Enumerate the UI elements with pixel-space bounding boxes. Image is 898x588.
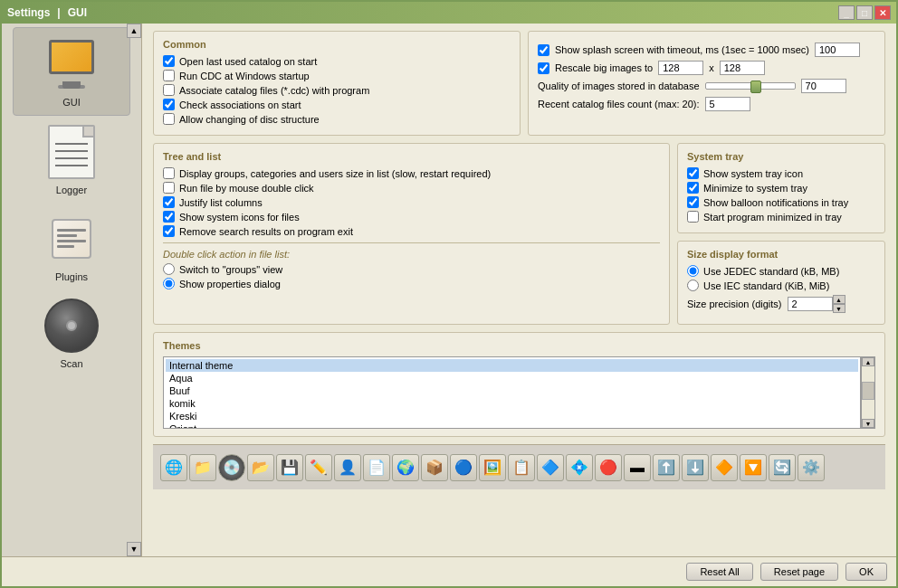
splash-input[interactable] <box>815 43 860 57</box>
associate-label[interactable]: Associate catalog files (*.cdc) with pro… <box>179 85 369 96</box>
toolbar-btn-9[interactable]: 🌍 <box>392 454 419 481</box>
theme-item-aqua[interactable]: Aqua <box>166 372 858 384</box>
themes-list[interactable]: Internal theme Aqua Buuf komik <box>163 356 861 429</box>
balloon-checkbox[interactable] <box>687 196 699 208</box>
remove-search-checkbox[interactable] <box>163 225 175 237</box>
check-assoc-checkbox[interactable] <box>163 99 175 110</box>
run-cdc-checkbox[interactable] <box>163 70 175 81</box>
cb-balloon-row: Show balloon notifications in tray <box>687 196 875 208</box>
switch-groups-label[interactable]: Switch to "groups" view <box>179 264 282 275</box>
jedec-radio[interactable] <box>687 265 699 277</box>
show-tray-checkbox[interactable] <box>687 167 699 179</box>
precision-input[interactable] <box>788 297 833 311</box>
sidebar-scroll-down[interactable]: ▼ <box>127 542 141 556</box>
sidebar-item-plugins[interactable]: Plugins <box>13 203 130 289</box>
show-system-checkbox[interactable] <box>163 211 175 223</box>
toolbar-btn-6[interactable]: ✏️ <box>305 454 332 481</box>
maximize-button[interactable]: □ <box>856 5 873 20</box>
display-groups-checkbox[interactable] <box>163 167 175 179</box>
toolbar-btn-16[interactable]: 🔴 <box>595 454 622 481</box>
toolbar-btn-10[interactable]: 📦 <box>421 454 448 481</box>
sidebar-item-logger[interactable]: Logger <box>13 116 130 203</box>
toolbar-btn-21[interactable]: 🔽 <box>740 454 767 481</box>
toolbar-btn-7[interactable]: 👤 <box>334 454 361 481</box>
quality-slider-track[interactable] <box>705 82 796 90</box>
toolbar-btn-22[interactable]: 🔄 <box>769 454 796 481</box>
show-props-label[interactable]: Show properties dialog <box>179 279 281 289</box>
toolbar-btn-8[interactable]: 📄 <box>363 454 390 481</box>
toolbar-btn-13[interactable]: 📋 <box>508 454 535 481</box>
sidebar-item-gui[interactable]: GUI <box>13 27 130 116</box>
rescale-height-input[interactable] <box>720 61 765 75</box>
toolbar-btn-4[interactable]: 📂 <box>247 454 274 481</box>
spinbox-down[interactable]: ▼ <box>833 304 845 313</box>
rescale-checkbox[interactable] <box>538 62 549 74</box>
start-min-label[interactable]: Start program minimized in tray <box>703 212 842 223</box>
close-button[interactable]: ✕ <box>874 5 891 20</box>
toolbar-btn-23[interactable]: ⚙️ <box>798 454 825 481</box>
quality-input[interactable] <box>801 79 846 93</box>
theme-item-orient[interactable]: Orient <box>166 422 858 429</box>
theme-item-kreski[interactable]: Kreski <box>166 410 858 422</box>
toolbar-btn-11[interactable]: 🔵 <box>450 454 477 481</box>
show-props-radio[interactable] <box>163 278 175 289</box>
run-file-label[interactable]: Run file by mouse double click <box>179 183 314 194</box>
system-tray-section: System tray Show system tray icon Minimi… <box>677 143 885 233</box>
themes-scroll-up[interactable]: ▲ <box>862 357 874 366</box>
cb-justify-row: Justify list columns <box>163 196 660 208</box>
toolbar-btn-1[interactable]: 🌐 <box>160 454 187 481</box>
theme-item-buuf[interactable]: Buuf <box>166 384 858 397</box>
run-file-checkbox[interactable] <box>163 182 175 194</box>
toolbar-btn-15[interactable]: 💠 <box>566 454 593 481</box>
switch-groups-radio[interactable] <box>163 263 175 275</box>
remove-search-label[interactable]: Remove search results on program exit <box>179 226 353 237</box>
open-last-checkbox[interactable] <box>163 55 175 67</box>
themes-scroll-down[interactable]: ▼ <box>862 419 874 428</box>
justify-label[interactable]: Justify list columns <box>179 197 263 208</box>
theme-item-komik[interactable]: komik <box>166 397 858 410</box>
show-tray-label[interactable]: Show system tray icon <box>703 168 803 179</box>
justify-checkbox[interactable] <box>163 196 175 208</box>
theme-item-internal[interactable]: Internal theme <box>166 359 858 372</box>
toolbar-btn-5[interactable]: 💾 <box>276 454 303 481</box>
toolbar-btn-3[interactable]: 💿 <box>218 454 245 481</box>
splash-checkbox[interactable] <box>538 44 549 56</box>
jedec-label[interactable]: Use JEDEC standard (kB, MB) <box>703 266 839 277</box>
toolbar-btn-18[interactable]: ⬆️ <box>653 454 680 481</box>
open-last-label[interactable]: Open last used catalog on start <box>179 56 317 67</box>
allow-disc-checkbox[interactable] <box>163 113 175 125</box>
associate-checkbox[interactable] <box>163 84 175 96</box>
toolbar-btn-14[interactable]: 🔷 <box>537 454 564 481</box>
minimize-button[interactable]: _ <box>838 5 855 20</box>
toolbar-btn-20[interactable]: 🔶 <box>711 454 738 481</box>
iec-radio[interactable] <box>687 280 699 291</box>
reset-all-button[interactable]: Reset All <box>686 563 752 581</box>
check-assoc-label[interactable]: Check associations on start <box>179 100 301 110</box>
iec-label[interactable]: Use IEC standard (KiB, MiB) <box>703 280 829 291</box>
balloon-label[interactable]: Show balloon notifications in tray <box>703 197 848 208</box>
start-min-checkbox[interactable] <box>687 211 699 223</box>
cb-run-file-row: Run file by mouse double click <box>163 182 660 194</box>
recent-row: Recent catalog files count (max: 20): <box>538 97 875 111</box>
spinbox-up[interactable]: ▲ <box>833 295 845 304</box>
sidebar-scroll-up[interactable]: ▲ <box>127 24 141 38</box>
reset-page-button[interactable]: Reset page <box>760 563 838 581</box>
display-groups-label[interactable]: Display groups, categories and users siz… <box>179 168 491 179</box>
minimize-tray-checkbox[interactable] <box>687 182 699 194</box>
themes-scroll-thumb[interactable] <box>862 382 874 400</box>
rescale-width-input[interactable] <box>658 61 703 75</box>
allow-disc-label[interactable]: Allow changing of disc structure <box>179 114 320 125</box>
ok-button[interactable]: OK <box>845 563 887 581</box>
minimize-tray-label[interactable]: Minimize to system tray <box>703 183 807 194</box>
toolbar-btn-19[interactable]: ⬇️ <box>682 454 709 481</box>
recent-input[interactable] <box>705 97 750 111</box>
run-cdc-label[interactable]: Run CDC at Windows startup <box>179 71 310 81</box>
quality-slider-thumb[interactable] <box>750 81 761 93</box>
sidebar-item-scan[interactable]: Scan <box>13 289 130 376</box>
toolbar-btn-17[interactable]: ▬ <box>624 454 651 481</box>
toolbar-btn-12[interactable]: 🖼️ <box>479 454 506 481</box>
show-system-label[interactable]: Show system icons for files <box>179 212 300 223</box>
rescale-label[interactable]: Rescale big images to <box>555 62 653 73</box>
toolbar-btn-2[interactable]: 📁 <box>189 454 216 481</box>
splash-label[interactable]: Show splash screen with timeout, ms (1se… <box>555 44 809 55</box>
